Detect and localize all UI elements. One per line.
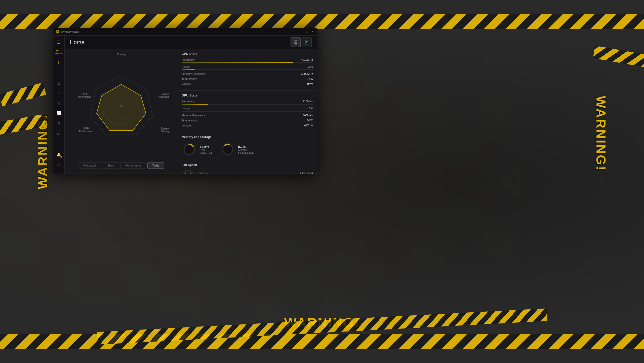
cpu-frequency-bar xyxy=(182,62,293,63)
cpu-memfreq-value: 3200MHz xyxy=(301,72,313,75)
page-title: Home xyxy=(70,39,291,46)
app-body: ☰ TUF GAMING ℹ ⊞ △ xyxy=(53,36,317,174)
desktop-icon: 🖥 xyxy=(293,40,298,45)
misc-icon: 🗃 xyxy=(57,131,60,135)
edit-icon: ✎ xyxy=(57,91,60,95)
fan-speed-section: Fan Speed xyxy=(178,160,317,174)
tuf-logo-container: TUF GAMING xyxy=(54,47,64,56)
armoury-icon: ✿ xyxy=(57,121,60,125)
label-cooling: Cooling xyxy=(117,53,126,56)
gpu-frequency-value: 210MHz xyxy=(303,100,313,103)
cpu-stats-section: CPU Stats Frequency 4210MHz Usage 10% xyxy=(178,49,317,91)
close-button[interactable]: ✕ xyxy=(311,30,314,34)
ram-gauge xyxy=(182,142,197,157)
gpu-temp-label: Temperature xyxy=(182,119,214,122)
cpu-memfreq-label: Memory Frequency xyxy=(182,72,214,75)
cpu-usage-bar-container xyxy=(182,69,313,70)
gpu-voltage-value: 637mV xyxy=(304,124,313,127)
memory-storage-section: Memory and Storage xyxy=(178,132,317,160)
gpu-stats-section: GPU Stats Frequency 210MHz Usage 0% xyxy=(178,91,317,132)
gpu-voltage-row: Voltage 637mV xyxy=(182,124,313,127)
cpu-fan-label: CPU Fan xyxy=(198,172,209,174)
sidebar-item-info[interactable]: ℹ xyxy=(54,58,63,67)
gpu-memfreq-row: Memory Frequency 405MHz xyxy=(182,114,313,117)
app-icon: A xyxy=(56,30,60,34)
sidebar-notification[interactable]: 🔔 xyxy=(54,150,63,159)
notification-icon: 🔔 xyxy=(57,152,61,156)
cpu-stats-title: CPU Stats xyxy=(182,52,313,56)
svg-text:A: A xyxy=(57,31,59,33)
sidebar-item-edit[interactable]: ✎ xyxy=(54,88,63,97)
title-bar-controls: — □ ✕ xyxy=(300,30,314,34)
dashboard-icon: ⊞ xyxy=(57,71,60,75)
sidebar-item-dashboard[interactable]: ⊞ xyxy=(54,68,63,77)
gpu-memfreq-label: Memory Frequency xyxy=(182,114,214,117)
gpu-usage-row: Usage 0% xyxy=(182,107,313,110)
storage-percent: 5.7% xyxy=(238,145,254,149)
gpu-temp-row: Temperature 34°C xyxy=(182,119,313,122)
storage-gauge xyxy=(220,142,235,157)
mode-turbo-button[interactable]: Turbo xyxy=(147,162,164,169)
cpu-temp-label: Temperature xyxy=(182,77,214,80)
mode-performance-button[interactable]: Performance xyxy=(120,162,146,169)
fan-readings: CPU Fan 3200 RPM GPU Fan 0 RPM xyxy=(198,172,313,174)
sidebar-item-aura[interactable]: △ xyxy=(54,78,63,87)
cpu-frequency-row: Frequency 4210MHz xyxy=(182,58,313,61)
svg-point-20 xyxy=(222,143,234,155)
title-bar: A Armoury Crate — □ ✕ xyxy=(53,28,317,36)
sidebar: ☰ TUF GAMING ℹ ⊞ △ xyxy=(53,36,65,174)
storage-item: 5.7% Storage 54.1/952.6GB xyxy=(220,142,254,157)
cpu-usage-label: Usage xyxy=(182,65,214,68)
cpu-usage-row: Usage 10% xyxy=(182,65,313,68)
mobile-view-button[interactable]: 📱 xyxy=(302,37,312,47)
warning-text-right: WARNING! xyxy=(594,96,609,172)
maximize-button[interactable]: □ xyxy=(305,30,309,34)
fan-speed-title: Fan Speed xyxy=(182,163,313,167)
desktop-view-button[interactable]: 🖥 xyxy=(291,37,301,47)
gear-icon: ⚙ xyxy=(57,163,61,168)
cpu-voltage-row: Voltage 0mV xyxy=(182,82,313,85)
tuf-logo: TUF GAMING xyxy=(55,48,63,55)
minimize-button[interactable]: — xyxy=(300,30,303,34)
sidebar-item-misc[interactable]: 🗃 xyxy=(54,129,63,138)
memory-items: 14.8% RAM 4.7/31.7GB xyxy=(182,142,313,157)
warning-tape-top xyxy=(0,14,644,29)
header-icons: 🖥 📱 xyxy=(291,37,312,47)
notification-dot xyxy=(60,156,62,158)
radar-labels: Cooling CPU Performance Noise Reduction … xyxy=(68,52,174,160)
mode-silent-button[interactable]: Silent xyxy=(103,162,119,169)
cpu-fan-row: CPU Fan 3200 RPM xyxy=(198,172,313,174)
fan-speed-content: CPU Fan 3200 RPM GPU Fan 0 RPM xyxy=(182,170,313,174)
fan-icon xyxy=(182,170,194,174)
gpu-usage-label: Usage xyxy=(182,107,214,110)
sidebar-item-stats[interactable]: 📊 xyxy=(54,109,63,118)
gpu-usage-bar-container xyxy=(182,111,313,112)
cpu-frequency-bar-container xyxy=(182,62,313,63)
cpu-voltage-label: Voltage xyxy=(182,82,214,85)
storage-label: Storage xyxy=(238,149,254,151)
mobile-icon: 📱 xyxy=(304,40,309,45)
gpu-temp-value: 34°C xyxy=(307,119,313,122)
cpu-temp-value: 34°C xyxy=(307,77,313,80)
sidebar-hamburger[interactable]: ☰ xyxy=(54,38,63,47)
label-energy-saving: Energy Saving xyxy=(161,127,169,133)
stats-icon: 📊 xyxy=(57,111,61,115)
label-noise-reduction: Noise Reduction xyxy=(157,93,169,98)
cpu-memfreq-row: Memory Frequency 3200MHz xyxy=(182,72,313,75)
library-icon: ▤ xyxy=(57,101,60,105)
sidebar-item-library[interactable]: ▤ xyxy=(54,98,63,108)
storage-detail: 54.1/952.6GB xyxy=(238,151,254,154)
ram-percent: 14.8% xyxy=(200,145,213,149)
left-panel: Cooling CPU Performance Noise Reduction … xyxy=(65,49,178,174)
svg-text:GAMING: GAMING xyxy=(55,52,63,54)
svg-text:TUF: TUF xyxy=(56,50,60,52)
info-icon: ℹ xyxy=(58,61,59,65)
sidebar-nav: ℹ ⊞ △ ✎ ▤ 📊 ✿ xyxy=(54,58,63,150)
cpu-usage-bar xyxy=(182,69,195,70)
cpu-temp-row: Temperature 34°C xyxy=(182,77,313,80)
sidebar-item-settings[interactable]: ⚙ xyxy=(54,160,63,170)
hamburger-icon: ☰ xyxy=(57,40,61,45)
sidebar-item-armoury[interactable]: ✿ xyxy=(54,119,63,128)
mode-windows-button[interactable]: Windows® xyxy=(78,162,101,169)
cpu-frequency-value: 4210MHz xyxy=(301,58,313,61)
